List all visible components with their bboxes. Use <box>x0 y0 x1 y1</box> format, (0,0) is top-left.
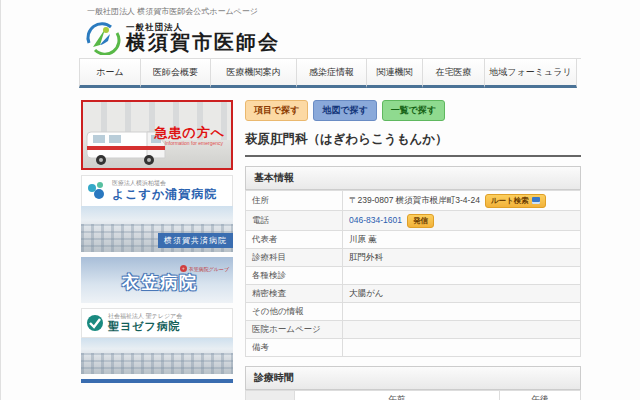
yozefu-hospital-name: 聖ヨゼフ病院 <box>108 320 182 333</box>
medical-association-logo-icon <box>85 21 121 55</box>
row-label: 医院ホームページ <box>246 321 343 339</box>
nav-item-related-orgs[interactable]: 関連機関 <box>367 59 423 88</box>
clinic-title: 萩原肛門科（はぎわらこうもんか） <box>245 131 581 157</box>
uraga-hospital-name: よこすか浦賀病院 <box>112 187 217 201</box>
kyosai-hospital-name: 横須賀共済病院 <box>158 233 233 248</box>
nav-item-infection-info[interactable]: 感染症情報 <box>297 59 367 88</box>
main-content: 項目で探す 地図で探す 一覧で探す 萩原肛門科（はぎわらこうもんか） 基本情報 … <box>245 100 581 400</box>
table-row: 電話 046-834-1601発信 <box>246 211 581 231</box>
row-label: 備考 <box>246 339 343 357</box>
representative-value: 川原 薫 <box>343 231 581 249</box>
banner-next-partial[interactable] <box>81 379 233 383</box>
checkup-value <box>343 267 581 285</box>
yozefu-hospital-logo-icon <box>86 314 104 332</box>
logo-org-name: 横須賀市医師会 <box>126 32 280 53</box>
detailed-exam-value: 大腸がん <box>343 285 581 303</box>
table-row: 医院ホームページ <box>246 321 581 339</box>
site-logo[interactable]: 一般社団法人 横須賀市医師会 <box>85 21 581 55</box>
department-value: 肛門外科 <box>343 249 581 267</box>
kinugasa-hospital-name: 衣笠病院 <box>122 271 198 294</box>
map-icon <box>532 197 540 204</box>
basic-info-table: 住所 〒239-0807 横須賀市根岸町3-4-24ルート検索 電話 046-8… <box>245 190 581 357</box>
nav-item-about[interactable]: 医師会概要 <box>141 59 211 88</box>
nav-item-home-care[interactable]: 在宅医療 <box>423 59 485 88</box>
hours-heading: 診療時間 <box>245 366 581 390</box>
search-by-map-button[interactable]: 地図で探す <box>313 100 376 121</box>
row-label: その他の情報 <box>246 303 343 321</box>
banner-emergency[interactable]: 急患の方へ Information for emergency <box>81 100 233 170</box>
nav-item-formulary[interactable]: 地域フォーミュラリ <box>485 59 577 88</box>
page-container: 一般社団法人 横須賀市医師会公式ホームページ 一般社団法人 横須賀市医師会 ホー… <box>79 0 581 400</box>
basic-info-heading: 基本情報 <box>245 166 581 190</box>
row-label: 住所 <box>246 191 343 211</box>
am-column-header: 午前 <box>295 391 500 400</box>
search-by-item-button[interactable]: 項目で探す <box>245 100 308 121</box>
row-label: 診療科目 <box>246 249 343 267</box>
notes-value <box>343 339 581 357</box>
pm-column-header: 午後 <box>500 391 581 400</box>
row-label: 代表者 <box>246 231 343 249</box>
table-row: 精密検査 大腸がん <box>246 285 581 303</box>
nav-item-institutions[interactable]: 医療機関案内 <box>211 59 297 88</box>
homepage-value <box>343 321 581 339</box>
main-nav: ホーム 医師会概要 医療機関案内 感染症情報 関連機関 在宅医療 地域フォーミュ… <box>79 58 581 88</box>
yozefu-hospital-photo[interactable] <box>81 338 233 374</box>
table-row: 備考 <box>246 339 581 357</box>
uraga-hospital-logo-icon <box>86 180 108 202</box>
row-label: 精密検査 <box>246 285 343 303</box>
table-row: 代表者 川原 薫 <box>246 231 581 249</box>
phone-link[interactable]: 046-834-1601 <box>349 215 402 225</box>
row-label: 電話 <box>246 211 343 231</box>
other-info-value <box>343 303 581 321</box>
sidebar: 急患の方へ Information for emergency 医療法人横浜柏堤… <box>81 100 233 400</box>
route-search-button[interactable]: ルート検索 <box>485 194 546 208</box>
table-header-row: 午前 午後 <box>246 391 581 400</box>
nav-item-home[interactable]: ホーム <box>79 59 141 88</box>
banner-uraga-hospital[interactable]: 医療法人横浜柏堤会 よこすか浦賀病院 <box>81 175 233 206</box>
table-row: その他の情報 <box>246 303 581 321</box>
site-tagline: 一般社団法人 横須賀市医師会公式ホームページ <box>79 0 581 17</box>
table-row: 診療科目 肛門外科 <box>246 249 581 267</box>
emergency-banner-subtitle: Information for emergency <box>165 140 223 146</box>
row-label: 各種検診 <box>246 267 343 285</box>
banner-yozefu-hospital[interactable]: 社会福祉法人 聖テレジア会 聖ヨゼフ病院 <box>81 308 233 338</box>
address-value: 〒239-0807 横須賀市根岸町3-4-24 <box>349 195 480 205</box>
search-toolbar: 項目で探す 地図で探す 一覧で探す <box>245 100 581 121</box>
call-button[interactable]: 発信 <box>407 214 434 228</box>
table-row: 住所 〒239-0807 横須賀市根岸町3-4-24ルート検索 <box>246 191 581 211</box>
banner-kyosai-hospital[interactable]: 横須賀共済病院 <box>81 206 233 252</box>
hours-table: 午前 午後 月 9:00 ～ 12:00 － 火 9:00 ～ 12:00 － <box>245 390 581 400</box>
day-column-header <box>246 391 295 400</box>
table-row: 各種検診 <box>246 267 581 285</box>
search-by-list-button[interactable]: 一覧で探す <box>382 100 445 121</box>
banner-kinugasa-hospital[interactable]: ＋ 衣笠病院グループ 衣笠病院 <box>81 257 233 303</box>
uraga-org-label: 医療法人横浜柏堤会 <box>112 180 217 187</box>
